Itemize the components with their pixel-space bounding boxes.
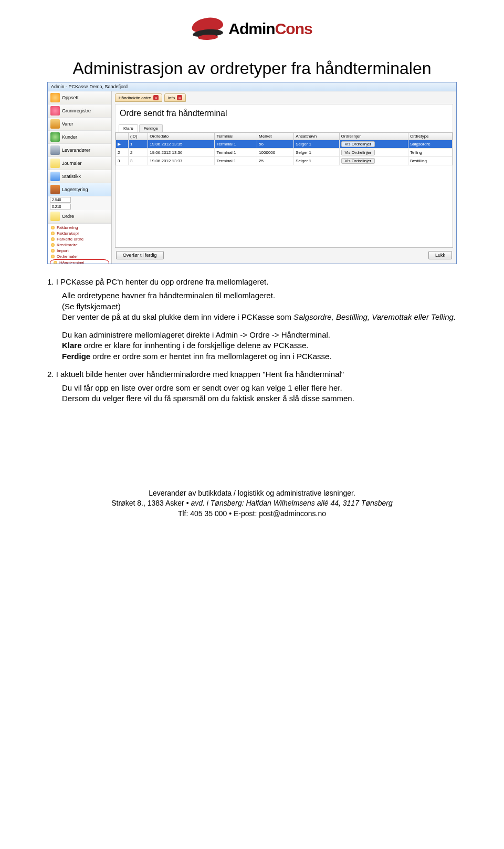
window-tabstrip: Håndholdte ordre × Info ×: [115, 93, 453, 102]
truck-icon: [50, 145, 60, 155]
panel-heading: Ordre sendt fra håndterminal: [115, 104, 453, 122]
sub-item-parkerte-ordre[interactable]: Parkerte ordre: [48, 236, 111, 242]
paragraph: Dersom du velger flere vil du få spørsmå…: [62, 393, 457, 404]
col-header[interactable]: (ID): [128, 133, 148, 140]
grid-row[interactable]: 3 3 19.06.2012 13:37 Terminal 1 25 Selge…: [116, 157, 453, 165]
sidebar-sublist: Fakturering Fakturakopi Parkerte ordre K…: [48, 223, 111, 264]
cell-type: Bestilling: [408, 157, 453, 165]
sub-item-import[interactable]: Import: [48, 248, 111, 254]
logo-swirl-icon: [192, 16, 223, 42]
subtab-klare[interactable]: Klare: [119, 124, 138, 132]
grid-header-row: (ID) Ordredato Terminal Merket Ansattnav…: [116, 133, 453, 140]
subtabs: Klare Ferdige: [115, 122, 453, 132]
close-button[interactable]: Lukk: [428, 251, 452, 259]
sub-item-fakturakopi[interactable]: Fakturakopi: [48, 230, 111, 236]
app-titlebar: Admin - PCKasse Demo, Sandefjord: [48, 82, 456, 91]
sidebar-item-lagerstyring[interactable]: Lagerstyring: [48, 183, 111, 196]
orders-grid[interactable]: (ID) Ordredato Terminal Merket Ansattnav…: [115, 132, 453, 248]
journal-icon: [50, 159, 60, 168]
cell-employee: Selger 1: [294, 149, 339, 157]
paragraph: Ferdige ordre er ordre som er hentet inn…: [62, 351, 457, 362]
col-header[interactable]: Ordredato: [148, 133, 215, 140]
body-text: 1. I PCKasse på PC'n henter du opp ordre…: [47, 277, 457, 404]
sidebar: Oppsett Grunnregistre Varer Kunder Lever…: [48, 91, 112, 264]
cell-id: 3: [128, 157, 148, 165]
paragraph: Du vil får opp en liste over ordre som e…: [62, 383, 457, 393]
tab-label: Håndholdte ordre: [119, 96, 151, 100]
cell-type: Telling: [408, 149, 453, 157]
indicator-value: 2.540: [50, 197, 71, 203]
row-pointer: 3: [116, 157, 129, 165]
bullet-icon: [51, 232, 55, 235]
sidebar-item-label: Ordre: [62, 214, 74, 219]
tab-handholdte-ordre[interactable]: Håndholdte ordre ×: [115, 93, 162, 102]
sub-item-ordremaler[interactable]: Ordremaler: [48, 254, 111, 259]
row-pointer: ▶: [116, 140, 129, 149]
paragraph: (Se flytskjemaet) Der venter de på at du…: [62, 301, 457, 323]
sidebar-item-grunnregistre[interactable]: Grunnregistre: [48, 104, 111, 118]
cell-mark: 1000000: [257, 149, 294, 157]
cell-mark: 25: [257, 157, 294, 165]
paragraph: Du kan administrere mellomlageret direkt…: [62, 330, 457, 340]
cell-mark: 56: [257, 140, 294, 149]
cell-terminal: Terminal 1: [215, 157, 257, 165]
grid-row[interactable]: 2 2 19.06.2012 13:36 Terminal 1 1000000 …: [116, 149, 453, 157]
bullet-icon: [51, 226, 55, 229]
bullet-icon: [51, 249, 55, 253]
sidebar-item-oppsett[interactable]: Oppsett: [48, 91, 111, 104]
sidebar-item-label: Leverandører: [62, 148, 90, 153]
sidebar-item-statistikk[interactable]: Statistikk: [48, 170, 111, 183]
page-footer: Leverandør av butikkdata / logistikk og …: [47, 488, 457, 530]
sidebar-item-label: Oppsett: [62, 95, 79, 100]
logo: AdminCons: [47, 16, 457, 42]
grid-row[interactable]: ▶ 1 19.06.2012 13:35 Terminal 1 56 Selge…: [116, 140, 453, 149]
tab-label: Info: [168, 96, 175, 100]
sidebar-item-journaler[interactable]: Journaler: [48, 157, 111, 170]
sidebar-item-label: Kunder: [62, 134, 77, 140]
sub-item-kreditordre[interactable]: Kreditordre: [48, 242, 111, 248]
people-icon: [50, 132, 60, 142]
show-orderlines-button[interactable]: Vis Ordrelinjer: [341, 141, 375, 147]
cell-date: 19.06.2012 13:35: [148, 140, 215, 149]
cell-type: Salgsordre: [408, 140, 453, 149]
sidebar-item-label: Statistikk: [62, 174, 81, 179]
sidebar-item-kunder[interactable]: Kunder: [48, 131, 111, 144]
cell-employee: Selger 1: [294, 157, 339, 165]
bullet-icon: [51, 255, 55, 258]
col-header[interactable]: Ordrelinjer: [339, 133, 408, 140]
cell-terminal: Terminal 1: [215, 149, 257, 157]
footer-line-1: Leverandør av butikkdata / logistikk og …: [47, 488, 457, 499]
show-orderlines-button[interactable]: Vis Ordrelinjer: [341, 158, 375, 164]
list-item-1: 1. I PCKasse på PC'n henter du opp ordre…: [62, 277, 457, 287]
col-header[interactable]: Ordretype: [408, 133, 453, 140]
page-title: Administrasjon av ordretyper fra håndter…: [47, 58, 457, 79]
show-orderlines-button[interactable]: Vis Ordrelinjer: [341, 150, 375, 155]
cell-id: 1: [128, 140, 148, 149]
transfer-button[interactable]: Overfør til ferdig: [116, 251, 164, 259]
footer-line-2: Strøket 8., 1383 Asker • avd. i Tønsberg…: [47, 498, 457, 509]
sub-item-handterminal[interactable]: Håndterminal: [50, 259, 109, 264]
bullet-icon: [51, 237, 55, 241]
close-icon[interactable]: ×: [153, 95, 159, 100]
close-icon[interactable]: ×: [177, 95, 182, 100]
col-header[interactable]: Ansattnavn: [294, 133, 339, 140]
sidebar-item-ordre[interactable]: Ordre: [48, 210, 111, 223]
main-panel: Håndholdte ordre × Info × Ordre sendt fr…: [112, 91, 456, 264]
tab-info[interactable]: Info ×: [164, 93, 186, 102]
chart-icon: [50, 172, 60, 181]
paragraph: Alle ordretypene havner fra håndterminal…: [62, 290, 457, 301]
indicator-value: 0.210: [50, 204, 71, 209]
sidebar-item-leverandorer[interactable]: Leverandører: [48, 144, 111, 157]
col-header[interactable]: Merket: [257, 133, 294, 140]
col-header[interactable]: Terminal: [215, 133, 257, 140]
sidebar-item-label: Varer: [62, 121, 73, 127]
sub-item-fakturering[interactable]: Fakturering: [48, 225, 111, 230]
subtab-ferdige[interactable]: Ferdige: [139, 124, 163, 132]
logo-text: AdminCons: [228, 20, 312, 38]
sidebar-item-varer[interactable]: Varer: [48, 118, 111, 131]
footer-line-3: Tlf: 405 35 000 • E-post: post@admincons…: [47, 509, 457, 519]
col-header[interactable]: [116, 133, 129, 140]
bullet-icon: [51, 243, 55, 247]
registry-icon: [50, 106, 60, 116]
cell-employee: Selger 1: [294, 140, 339, 149]
